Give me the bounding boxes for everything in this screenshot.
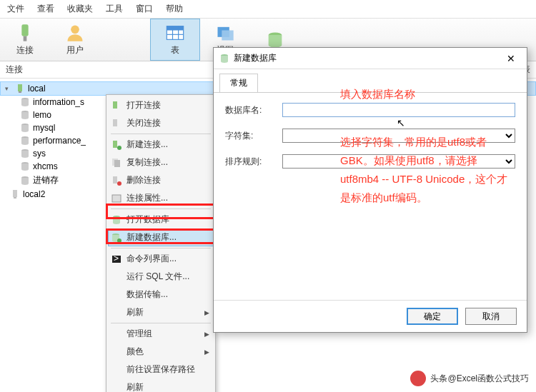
- ctx-cmd[interactable]: >命令列界面...: [108, 250, 214, 268]
- ctx-refresh2[interactable]: 刷新: [108, 378, 214, 392]
- svg-rect-25: [113, 119, 117, 126]
- db-name-input[interactable]: [282, 103, 515, 117]
- ctx-goto[interactable]: 前往设置保存路径: [108, 361, 214, 378]
- menu-file[interactable]: 文件: [7, 3, 24, 15]
- ctx-refresh[interactable]: 刷新▶: [108, 303, 214, 321]
- annotation-text: 选择字符集，常用的是utf8或者GBK。如果使用utf8，请选择utf8mb4 …: [340, 133, 512, 207]
- dialog-titlebar: 新建数据库 ✕: [214, 48, 527, 69]
- svg-rect-26: [113, 141, 117, 148]
- submenu-arrow-icon: ▶: [204, 331, 209, 338]
- separator: [111, 323, 211, 323]
- watermark: 头条@Excel函数公式技巧: [410, 371, 529, 386]
- user-icon: [65, 23, 85, 43]
- close-button[interactable]: ✕: [501, 53, 521, 64]
- database-icon: [20, 97, 30, 107]
- menu-tools[interactable]: 工具: [106, 3, 123, 15]
- expand-icon[interactable]: ▾: [5, 85, 12, 92]
- svg-rect-29: [114, 160, 120, 167]
- database-icon: [20, 176, 30, 186]
- separator: [111, 134, 211, 134]
- server-off-icon: [10, 189, 20, 199]
- svg-rect-32: [112, 195, 121, 202]
- svg-rect-4: [167, 26, 183, 31]
- open-icon: [111, 100, 122, 111]
- db-icon: [219, 54, 229, 64]
- menu-help[interactable]: 帮助: [166, 3, 183, 15]
- label-db-name: 数据库名:: [225, 104, 282, 116]
- new-db-icon: [111, 232, 122, 243]
- database-icon: [20, 110, 30, 120]
- close-conn-icon: [111, 118, 122, 129]
- tab-general[interactable]: 常规: [219, 74, 258, 92]
- annotation-text: 填入数据库名称: [340, 85, 415, 104]
- table-icon: [165, 23, 185, 43]
- ctx-color[interactable]: 颜色▶: [108, 343, 214, 361]
- svg-rect-22: [13, 190, 17, 197]
- svg-point-31: [117, 181, 121, 186]
- label-collation: 排序规则:: [225, 156, 282, 168]
- open-db-icon: [111, 214, 122, 226]
- svg-rect-9: [222, 31, 233, 41]
- avatar-icon: [410, 371, 426, 386]
- svg-text:>: >: [114, 253, 119, 263]
- svg-point-2: [71, 26, 79, 34]
- panel-title: 连接: [6, 64, 23, 76]
- database-icon: [20, 149, 30, 159]
- ctx-mgmt[interactable]: 管理组▶: [108, 325, 214, 343]
- copy-icon: [111, 157, 122, 169]
- ctx-close-conn[interactable]: 关闭连接: [108, 114, 214, 132]
- ctx-transfer[interactable]: 数据传输...: [108, 286, 214, 303]
- ok-button[interactable]: 确定: [407, 308, 458, 325]
- menubar: 文件 查看 收藏夹 工具 窗口 帮助: [0, 0, 536, 19]
- dialog-footer: 确定 取消: [214, 300, 527, 332]
- svg-rect-23: [14, 197, 16, 198]
- toolbar-table[interactable]: 表: [150, 19, 200, 61]
- submenu-arrow-icon: ▶: [204, 348, 209, 356]
- cursor-icon: ↖: [397, 117, 405, 129]
- ctx-del-conn[interactable]: 删除连接: [108, 171, 214, 189]
- plug-icon: [15, 23, 35, 43]
- dialog-title: 新建数据库: [234, 52, 277, 64]
- ctx-copy-conn[interactable]: 复制连接...: [108, 154, 214, 171]
- submenu-arrow-icon: ▶: [204, 309, 209, 316]
- terminal-icon: >: [111, 253, 122, 265]
- ctx-conn-prop[interactable]: 连接属性...: [108, 189, 214, 207]
- database-icon: [20, 136, 30, 146]
- ctx-new-conn[interactable]: 新建连接...: [108, 136, 214, 154]
- ctx-open-conn[interactable]: 打开连接: [108, 96, 214, 114]
- menu-window[interactable]: 窗口: [136, 3, 153, 15]
- toolbar-user[interactable]: 用户: [50, 19, 100, 61]
- database-icon: [20, 123, 30, 133]
- ctx-new-db[interactable]: 新建数据库...: [108, 228, 214, 246]
- svg-rect-13: [18, 84, 22, 91]
- menu-view[interactable]: 查看: [37, 3, 54, 15]
- props-icon: [111, 193, 122, 204]
- separator: [111, 248, 211, 248]
- context-menu: 打开连接 关闭连接 新建连接... 复制连接... 删除连接 连接属性... 打…: [106, 94, 216, 392]
- svg-rect-0: [21, 24, 28, 36]
- svg-rect-1: [24, 36, 27, 41]
- svg-point-27: [117, 146, 121, 150]
- database-icon: [20, 161, 30, 171]
- menu-fav[interactable]: 收藏夹: [67, 3, 93, 15]
- view-icon: [215, 23, 235, 43]
- svg-point-35: [117, 238, 121, 243]
- delete-icon: [111, 175, 122, 186]
- label-charset: 字符集:: [225, 130, 282, 142]
- ctx-open-db[interactable]: 打开数据库: [108, 211, 214, 228]
- svg-rect-14: [19, 91, 21, 93]
- separator: [111, 208, 211, 209]
- toolbar-connect[interactable]: 连接: [0, 19, 50, 61]
- ctx-run-sql[interactable]: 运行 SQL 文件...: [108, 268, 214, 286]
- svg-rect-24: [113, 101, 117, 109]
- new-icon: [111, 139, 122, 151]
- cancel-button[interactable]: 取消: [465, 308, 517, 325]
- server-icon: [15, 84, 25, 94]
- svg-rect-30: [113, 176, 117, 184]
